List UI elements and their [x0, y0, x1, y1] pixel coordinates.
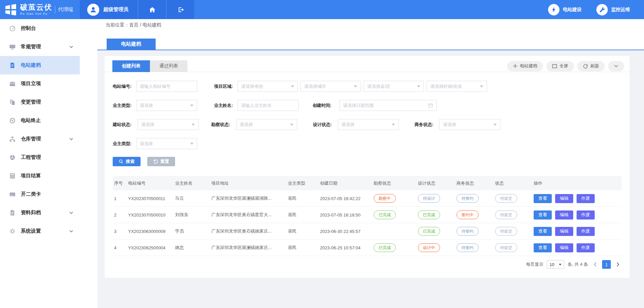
- calendar-icon: [428, 103, 433, 108]
- status-badge: 设计中: [418, 243, 440, 252]
- logo-text: 破茧云伏 Po Jian Yun Fu: [20, 4, 52, 15]
- sidebar-item-station-archive[interactable]: 电站建档: [0, 56, 80, 74]
- business-status-select[interactable]: 请选择: [439, 119, 500, 130]
- owner-name-field: [237, 100, 299, 111]
- breadcrumb-home[interactable]: 首页: [129, 22, 139, 27]
- province-select[interactable]: 请选择省份: [237, 81, 298, 92]
- edit-button[interactable]: 编辑: [555, 194, 573, 203]
- owner-type2-label: 业主类型:: [113, 141, 136, 147]
- view-button[interactable]: 查看: [534, 227, 552, 236]
- sidebar-item-project-initiation[interactable]: 项目立项: [0, 74, 80, 93]
- sidebar-item-open-card[interactable]: 开二类卡: [0, 185, 80, 203]
- sidebar-item-change-mgmt[interactable]: 变更管理: [0, 93, 80, 111]
- void-button[interactable]: 作废: [577, 210, 595, 220]
- tab-create-list[interactable]: 创建列表: [112, 60, 150, 72]
- search-button[interactable]: 搜索: [113, 157, 141, 166]
- station-code-label: 电站编号:: [113, 83, 136, 89]
- sidebar-item-console[interactable]: 控制台: [0, 19, 80, 38]
- date-range-input[interactable]: [343, 103, 428, 108]
- sidebar-item-general-mgmt[interactable]: 常规管理: [0, 38, 80, 56]
- reset-button[interactable]: 重置: [147, 157, 175, 166]
- survey-status-select[interactable]: 请选择: [236, 119, 297, 130]
- refresh-button[interactable]: 刷新: [577, 61, 605, 71]
- status-badge: 待提交: [495, 210, 517, 219]
- view-button[interactable]: 查看: [534, 210, 552, 220]
- pie-icon: [9, 154, 16, 161]
- chevron-left-icon: [594, 262, 597, 267]
- owner-name-label: 业主姓名:: [214, 103, 237, 109]
- void-button[interactable]: 作废: [577, 194, 595, 203]
- build-status-select[interactable]: 请选择: [138, 119, 199, 130]
- fullscreen-icon: [552, 64, 557, 68]
- design-status-select[interactable]: 请选择: [338, 119, 399, 130]
- tab-passed-list[interactable]: 通过列表: [150, 60, 187, 72]
- dashboard-icon: [9, 25, 16, 32]
- user-menu[interactable]: 超级管理员: [80, 0, 138, 19]
- next-page-button[interactable]: [614, 260, 622, 269]
- chevron-down-icon: [290, 124, 293, 126]
- breadcrumb-prefix: 当前位置：: [106, 22, 129, 27]
- sidebar-item-data-archive[interactable]: 资料归档: [0, 203, 80, 222]
- date-range-field[interactable]: [339, 100, 437, 111]
- void-button[interactable]: 作废: [577, 243, 595, 252]
- owner-type-select[interactable]: 请选择: [136, 100, 197, 111]
- plus-icon: [513, 64, 518, 68]
- void-button[interactable]: 作废: [577, 227, 595, 236]
- logout-button[interactable]: [166, 0, 194, 19]
- view-button[interactable]: 查看: [534, 194, 552, 203]
- create-station-button[interactable]: 电站建档: [507, 61, 543, 71]
- status-badge: 待签约: [457, 227, 479, 236]
- topbar: 破茧云伏 Po Jian Yun Fu 代理端 超级管理员: [0, 0, 644, 19]
- card-header: 创建列表 通过列表 电站建档 全屏: [105, 56, 630, 72]
- status-badge: 已完成: [374, 243, 396, 252]
- per-page-select[interactable]: 10: [547, 260, 564, 269]
- survey-status-label: 勘察状态:: [211, 122, 236, 128]
- sidebar-item-engineering-mgmt[interactable]: 工程管理: [0, 148, 80, 167]
- avatar: [87, 4, 99, 16]
- owner-type2-select[interactable]: 请选择: [136, 138, 197, 149]
- design-status-label: 设计状态:: [313, 122, 338, 128]
- pagination-total: 条, 共 4 条: [568, 261, 588, 267]
- status-badge: 已完成: [418, 227, 440, 236]
- city-select[interactable]: 请选择城市: [301, 81, 361, 92]
- search-icon: [119, 159, 123, 164]
- county-select[interactable]: 请选择县/区: [364, 81, 424, 92]
- reset-icon: [153, 159, 158, 164]
- view-button[interactable]: 查看: [534, 243, 552, 252]
- refresh-icon: [583, 64, 588, 69]
- town-select[interactable]: 请选择村镇/街道: [427, 81, 487, 92]
- collapse-toolbar-button[interactable]: [608, 61, 624, 71]
- filter-row-1: 电站编号: 项目区域: 请选择省份 请选择城市 请选择县/区: [113, 81, 622, 92]
- page-number-1[interactable]: 1: [602, 260, 611, 269]
- prev-page-button[interactable]: [591, 260, 599, 269]
- create-time-label: 创建时间:: [313, 103, 339, 109]
- breadcrumb: 当前位置：首页 / 电站建档: [106, 22, 161, 28]
- sidebar-item-station-terminate[interactable]: 电站终止: [0, 111, 80, 130]
- fullscreen-button[interactable]: 全屏: [546, 61, 574, 71]
- nav-monitor-ops[interactable]: 监控运维: [596, 4, 630, 15]
- home-icon: [149, 6, 156, 13]
- chevron-down-icon: [291, 85, 294, 87]
- chevron-down-icon: [614, 65, 618, 67]
- region-label: 项目区域:: [214, 83, 237, 89]
- edit-button[interactable]: 编辑: [555, 210, 573, 220]
- copy-icon: [9, 99, 16, 106]
- owner-name-input[interactable]: [241, 103, 295, 108]
- sidebar-item-system-settings[interactable]: 系统设置: [0, 222, 80, 240]
- sidebar-item-warehouse-mgmt[interactable]: 仓库管理: [0, 130, 80, 148]
- breadcrumb-current: 电站建档: [143, 22, 161, 27]
- edit-button[interactable]: 编辑: [555, 243, 573, 252]
- status-badge: 待提交: [495, 194, 517, 203]
- station-code-field: [136, 81, 197, 92]
- chevron-down-icon: [480, 85, 483, 87]
- chevron-down-icon: [354, 85, 357, 87]
- nav-station-build[interactable]: 电站建设: [548, 4, 582, 15]
- edit-button[interactable]: 编辑: [555, 227, 573, 236]
- home-button[interactable]: [138, 0, 166, 19]
- sidebar-item-project-settlement[interactable]: 项目结算: [0, 167, 80, 185]
- chevron-down-icon: [417, 85, 420, 87]
- page-tab-station-archive[interactable]: 电站建档: [107, 39, 156, 50]
- logo: 破茧云伏 Po Jian Yun Fu 代理端: [0, 0, 80, 19]
- station-code-input[interactable]: [140, 84, 194, 89]
- topbar-user-area: 超级管理员: [80, 0, 194, 19]
